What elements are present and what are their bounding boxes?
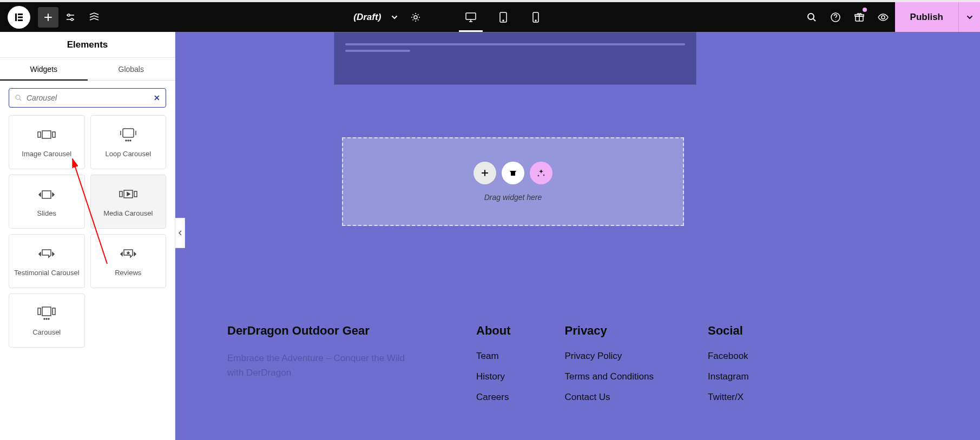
widget-media-carousel[interactable]: Media Carousel [90,175,167,229]
svg-rect-3 [18,19,23,21]
editor-canvas[interactable]: Drag widget here DerDragon Outdoor Gear … [175,32,980,440]
svg-point-16 [882,16,885,19]
svg-rect-27 [120,191,122,197]
add-element-button[interactable] [38,7,58,28]
document-status[interactable]: (Draft) [353,12,381,23]
empty-section-dropzone[interactable]: Drag widget here [342,137,684,226]
structure-icon[interactable] [82,2,106,32]
footer-link[interactable]: Terms and Conditions [565,371,654,382]
placeholder-line [345,50,410,52]
help-icon[interactable] [824,2,847,32]
svg-point-11 [535,20,536,21]
panel-collapse-handle[interactable] [175,218,185,248]
add-template-button[interactable] [502,162,524,184]
footer-heading[interactable]: Privacy [565,324,654,338]
footer-link[interactable]: Facebook [708,351,749,362]
widget-label: Reviews [115,269,141,277]
svg-point-22 [126,140,127,141]
mobile-view-button[interactable] [519,2,552,32]
widget-carousel[interactable]: Carousel [9,294,85,348]
widget-label: Carousel [32,328,61,336]
svg-rect-25 [42,191,51,198]
widget-slides[interactable]: Slides [9,175,85,229]
svg-rect-2 [18,16,23,18]
desktop-view-button[interactable] [455,2,487,32]
svg-point-33 [46,318,47,319]
testimonial-carousel-icon [36,246,57,262]
svg-point-32 [44,318,45,319]
svg-rect-21 [123,129,134,137]
placeholder-line [345,43,685,45]
svg-point-9 [503,20,504,21]
chevron-down-icon[interactable] [391,14,398,21]
footer-link[interactable]: Instagram [708,371,749,382]
elementor-logo[interactable] [8,6,30,29]
notification-dot [863,8,867,12]
svg-point-34 [48,318,49,319]
search-icon [15,94,22,102]
svg-point-17 [16,95,20,99]
add-widget-button[interactable] [473,162,496,184]
settings-sliders-icon[interactable] [58,2,82,32]
svg-rect-19 [38,132,41,137]
widget-label: Slides [37,209,56,217]
preview-icon[interactable] [871,2,895,32]
footer-tagline[interactable]: Embrace the Adventure – Conquer the Wild… [227,351,422,380]
topbar: (Draft) [0,2,980,32]
svg-rect-0 [15,14,17,21]
widget-loop-carousel[interactable]: Loop Carousel [90,115,167,169]
footer-link[interactable]: Privacy Policy [565,351,654,362]
footer-link[interactable]: Contact Us [565,392,654,403]
widget-reviews[interactable]: Reviews [90,234,167,288]
footer-link[interactable]: Team [476,351,511,362]
panel-title: Elements [0,32,175,58]
svg-point-23 [128,140,129,141]
reviews-icon [117,246,139,262]
hero-section-placeholder[interactable] [334,32,696,85]
tab-widgets[interactable]: Widgets [0,58,88,80]
footer-heading[interactable]: About [476,324,511,338]
publish-dropdown[interactable] [958,2,980,32]
slides-icon [36,186,57,203]
panel-tabs: Widgets Globals [0,58,175,81]
widget-testimonial-carousel[interactable]: Testimonial Carousel [9,234,85,288]
svg-rect-31 [52,308,55,315]
svg-point-6 [414,16,417,19]
footer-link[interactable]: Careers [476,392,511,403]
dropzone-text: Drag widget here [484,193,542,202]
widget-label: Testimonial Carousel [14,269,80,277]
widget-label: Media Carousel [103,209,153,217]
widget-image-carousel[interactable]: Image Carousel [9,115,85,169]
footer-heading[interactable]: Social [708,324,749,338]
finder-search-icon[interactable] [800,2,824,32]
page-footer: DerDragon Outdoor Gear Embrace the Adven… [227,324,958,412]
clear-search-icon[interactable]: ✕ [154,94,160,102]
whats-new-icon[interactable] [847,2,871,32]
svg-point-5 [71,18,73,21]
ai-button[interactable] [530,162,553,184]
tab-globals[interactable]: Globals [88,58,175,80]
svg-point-12 [808,14,814,19]
widget-search-input[interactable] [27,94,154,102]
elements-panel: Elements Widgets Globals ✕ [0,32,175,440]
widget-search-box: ✕ [9,88,166,108]
footer-link[interactable]: Twitter/X [708,392,749,403]
loop-carousel-icon [117,127,139,143]
footer-brand-title[interactable]: DerDragon Outdoor Gear [227,324,422,338]
carousel-icon [36,305,57,322]
widget-label: Image Carousel [22,150,71,158]
svg-point-24 [130,140,131,141]
footer-link[interactable]: History [476,371,511,382]
svg-point-4 [68,14,70,16]
tablet-view-button[interactable] [487,2,519,32]
publish-button[interactable]: Publish [895,2,958,32]
svg-rect-7 [466,13,476,19]
svg-rect-20 [52,132,55,137]
media-carousel-icon [117,186,139,203]
svg-rect-1 [18,14,23,15]
svg-rect-18 [42,131,51,138]
image-carousel-icon [36,127,57,143]
svg-rect-28 [134,191,137,197]
page-settings-icon[interactable] [404,2,427,32]
svg-rect-29 [42,307,51,316]
